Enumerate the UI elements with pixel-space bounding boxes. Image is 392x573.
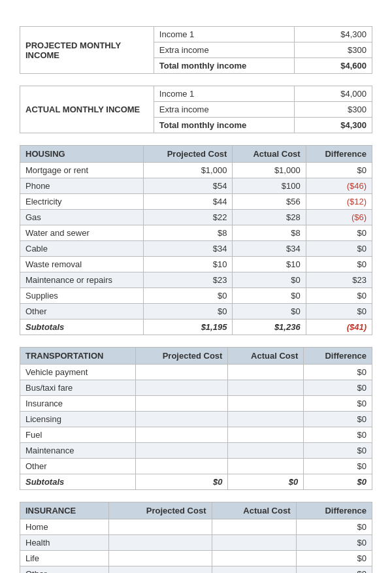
difference: ($6) — [306, 210, 372, 225]
projected-cost: $1,000 — [143, 163, 233, 178]
table-row: Phone$54$100($46) — [20, 178, 372, 194]
projected-cost — [109, 566, 212, 574]
subtotal-actual: $0 — [228, 474, 304, 490]
difference: $0 — [304, 396, 372, 412]
actual-cost — [212, 551, 296, 566]
expense-row-name: Home — [20, 519, 109, 535]
table-row: Fuel$0 — [20, 427, 372, 443]
income-row-name: Extra income — [154, 42, 295, 58]
table-row: Electricity$44$56($12) — [20, 194, 372, 210]
expense-row-name: Maintenance — [20, 443, 136, 459]
expense-row-name: Water and sewer — [20, 225, 144, 241]
table-row: Home$0 — [20, 519, 372, 535]
actual-cost — [228, 443, 304, 459]
difference: $0 — [306, 163, 372, 178]
income-row-name: Total monthly income — [154, 118, 295, 133]
actual-cost — [228, 459, 304, 474]
subtotal-difference: ($41) — [306, 319, 372, 335]
actual-cost: $0 — [233, 272, 306, 288]
projected-cost — [136, 443, 228, 459]
difference: $0 — [306, 257, 372, 272]
actual-cost — [228, 427, 304, 443]
subtotal-label: Subtotals — [20, 474, 136, 490]
subtotal-row: Subtotals$0$0$0 — [20, 474, 372, 490]
expense-row-name: Phone — [20, 178, 144, 194]
actual-cost — [228, 365, 304, 380]
expense-section-label: HOUSING — [20, 146, 144, 163]
actual-cost: $34 — [233, 241, 306, 257]
projected-cost — [109, 551, 212, 566]
expense-row-name: Waste removal — [20, 257, 144, 272]
subtotal-actual: $1,236 — [233, 319, 306, 335]
difference: $0 — [296, 535, 372, 551]
table-row: Vehicle payment$0 — [20, 365, 372, 380]
projected-cost — [136, 396, 228, 412]
income-row-name: Total monthly income — [154, 58, 295, 74]
actual-cost — [212, 519, 296, 535]
actual-cost: $0 — [233, 304, 306, 319]
transportation-section: TRANSPORTATIONProjected CostActual CostD… — [20, 347, 372, 490]
difference: $0 — [296, 551, 372, 566]
projected-cost — [136, 365, 228, 380]
table-row: Other$0$0$0 — [20, 304, 372, 319]
subtotal-projected: $0 — [136, 474, 228, 490]
expense-section-label: INSURANCE — [20, 502, 109, 519]
table-row: Supplies$0$0$0 — [20, 288, 372, 304]
projected-cost: $22 — [143, 210, 233, 225]
projected-cost — [136, 427, 228, 443]
table-row: Life$0 — [20, 551, 372, 566]
expense-row-name: Supplies — [20, 288, 144, 304]
expense-row-name: Other — [20, 459, 136, 474]
difference: $0 — [304, 365, 372, 380]
table-row: Insurance$0 — [20, 396, 372, 412]
actual-cost: $10 — [233, 257, 306, 272]
actual-cost — [228, 380, 304, 396]
difference: $0 — [304, 443, 372, 459]
table-row: Mortgage or rent$1,000$1,000$0 — [20, 163, 372, 178]
subtotal-row: Subtotals$1,195$1,236($41) — [20, 319, 372, 335]
housing-section: HOUSINGProjected CostActual CostDifferen… — [20, 145, 372, 335]
projected-cost — [109, 535, 212, 551]
expense-row-name: Other — [20, 304, 144, 319]
expense-row-name: Licensing — [20, 412, 136, 427]
projected-cost — [136, 380, 228, 396]
table-row: Bus/taxi fare$0 — [20, 380, 372, 396]
table-row: Maintenance or repairs$23$0$23 — [20, 272, 372, 288]
actual-cost: $1,000 — [233, 163, 306, 178]
subtotal-label: Subtotals — [20, 319, 144, 335]
projected-income-section: PROJECTED MONTHLY INCOMEIncome 1$4,300Ex… — [20, 26, 372, 74]
difference: $0 — [304, 459, 372, 474]
expense-column-header: Projected Cost — [109, 502, 212, 519]
expense-column-header: Actual Cost — [228, 348, 304, 365]
expense-row-name: Other — [20, 566, 109, 574]
table-row: Maintenance$0 — [20, 443, 372, 459]
projected-cost: $34 — [143, 241, 233, 257]
income-row-name: Income 1 — [154, 27, 295, 42]
transportation-table: TRANSPORTATIONProjected CostActual CostD… — [20, 347, 372, 490]
projected-cost: $0 — [143, 288, 233, 304]
income-row-value: $300 — [295, 102, 372, 118]
expense-column-header: Difference — [306, 146, 372, 163]
expense-column-header: Actual Cost — [233, 146, 306, 163]
income-section-label: PROJECTED MONTHLY INCOME — [20, 27, 154, 74]
expense-row-name: Bus/taxi fare — [20, 380, 136, 396]
actual-cost: $100 — [233, 178, 306, 194]
projected-cost — [109, 519, 212, 535]
expense-row-name: Vehicle payment — [20, 365, 136, 380]
projected-cost — [136, 412, 228, 427]
actual-cost — [212, 535, 296, 551]
actual-cost — [228, 412, 304, 427]
expense-row-name: Insurance — [20, 396, 136, 412]
expense-row-name: Fuel — [20, 427, 136, 443]
expense-row-name: Health — [20, 535, 109, 551]
expense-section-label: TRANSPORTATION — [20, 348, 136, 365]
expense-column-header: Projected Cost — [136, 348, 228, 365]
actual-income-table: ACTUAL MONTHLY INCOMEIncome 1$4,000Extra… — [20, 86, 372, 133]
difference: $0 — [304, 380, 372, 396]
expense-row-name: Life — [20, 551, 109, 566]
expense-row-name: Electricity — [20, 194, 144, 210]
difference: $23 — [306, 272, 372, 288]
expense-row-name: Maintenance or repairs — [20, 272, 144, 288]
expense-column-header: Difference — [304, 348, 372, 365]
income-row-value: $4,300 — [295, 118, 372, 133]
